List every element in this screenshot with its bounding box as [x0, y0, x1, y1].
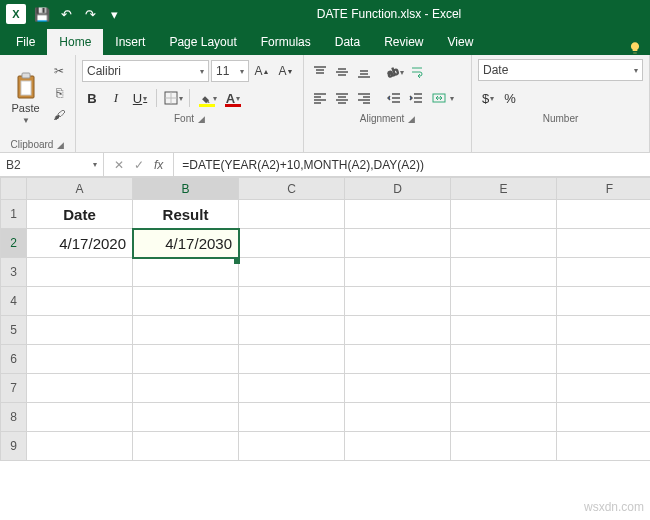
- align-top-icon[interactable]: [310, 61, 330, 83]
- cell[interactable]: [451, 345, 557, 374]
- row-header-6[interactable]: 6: [1, 345, 27, 374]
- row-header-1[interactable]: 1: [1, 200, 27, 229]
- cell-b2[interactable]: 4/17/2030: [133, 229, 239, 258]
- cell[interactable]: [239, 229, 345, 258]
- tab-file[interactable]: File: [4, 29, 47, 55]
- align-center-icon[interactable]: [332, 87, 352, 109]
- cell[interactable]: [27, 345, 133, 374]
- tab-home[interactable]: Home: [47, 29, 103, 55]
- cell[interactable]: [557, 316, 651, 345]
- cell[interactable]: [451, 287, 557, 316]
- dialog-launcher-icon[interactable]: ◢: [408, 114, 415, 124]
- cell[interactable]: [239, 200, 345, 229]
- number-format-select[interactable]: Date▾: [478, 59, 643, 81]
- row-header-9[interactable]: 9: [1, 432, 27, 461]
- font-size-select[interactable]: 11▾: [211, 60, 249, 82]
- decrease-font-icon[interactable]: A▼: [275, 60, 297, 82]
- col-header-e[interactable]: E: [451, 178, 557, 200]
- col-header-a[interactable]: A: [27, 178, 133, 200]
- cell-b1[interactable]: Result: [133, 200, 239, 229]
- cell[interactable]: [451, 258, 557, 287]
- name-box[interactable]: B2▾: [0, 153, 104, 176]
- cell[interactable]: [557, 432, 651, 461]
- paste-button[interactable]: Paste ▼: [6, 59, 45, 137]
- cell[interactable]: [557, 258, 651, 287]
- cut-icon[interactable]: ✂: [49, 61, 69, 81]
- select-all-button[interactable]: [1, 178, 27, 200]
- dialog-launcher-icon[interactable]: ◢: [198, 114, 205, 124]
- tab-insert[interactable]: Insert: [103, 29, 157, 55]
- tell-me[interactable]: [628, 41, 650, 55]
- format-painter-icon[interactable]: 🖌: [49, 105, 69, 125]
- increase-font-icon[interactable]: A▲: [251, 60, 273, 82]
- orientation-icon[interactable]: ab▾: [384, 61, 404, 83]
- row-header-8[interactable]: 8: [1, 403, 27, 432]
- cell[interactable]: [133, 432, 239, 461]
- cell[interactable]: [239, 287, 345, 316]
- cell[interactable]: [557, 200, 651, 229]
- decrease-indent-icon[interactable]: [384, 87, 404, 109]
- font-color-button[interactable]: A▾: [222, 87, 244, 109]
- cell[interactable]: [27, 374, 133, 403]
- row-header-4[interactable]: 4: [1, 287, 27, 316]
- col-header-f[interactable]: F: [557, 178, 651, 200]
- bold-button[interactable]: B: [82, 87, 102, 109]
- percent-format-icon[interactable]: %: [500, 87, 520, 109]
- cell[interactable]: [557, 229, 651, 258]
- borders-button[interactable]: ▾: [163, 87, 183, 109]
- dialog-launcher-icon[interactable]: ◢: [57, 140, 64, 150]
- col-header-b[interactable]: B: [133, 178, 239, 200]
- col-header-c[interactable]: C: [239, 178, 345, 200]
- cell[interactable]: [239, 316, 345, 345]
- cell[interactable]: [345, 374, 451, 403]
- undo-icon[interactable]: ↶: [58, 4, 74, 24]
- enter-icon[interactable]: ✓: [134, 158, 144, 172]
- cell[interactable]: [345, 258, 451, 287]
- col-header-d[interactable]: D: [345, 178, 451, 200]
- cell[interactable]: [133, 287, 239, 316]
- cell[interactable]: [345, 229, 451, 258]
- cell[interactable]: [557, 345, 651, 374]
- cell[interactable]: [133, 374, 239, 403]
- row-header-7[interactable]: 7: [1, 374, 27, 403]
- tab-view[interactable]: View: [436, 29, 486, 55]
- cell[interactable]: [451, 374, 557, 403]
- formula-bar[interactable]: =DATE(YEAR(A2)+10,MONTH(A2),DAY(A2)): [174, 153, 650, 176]
- cell[interactable]: [557, 374, 651, 403]
- cell[interactable]: [345, 316, 451, 345]
- cell[interactable]: [27, 287, 133, 316]
- qat-customize-icon[interactable]: ▾: [106, 4, 122, 24]
- cell-a2[interactable]: 4/17/2020: [27, 229, 133, 258]
- tab-formulas[interactable]: Formulas: [249, 29, 323, 55]
- cell[interactable]: [451, 229, 557, 258]
- cell[interactable]: [27, 258, 133, 287]
- cell[interactable]: [345, 287, 451, 316]
- tab-data[interactable]: Data: [323, 29, 372, 55]
- cell[interactable]: [239, 345, 345, 374]
- row-header-5[interactable]: 5: [1, 316, 27, 345]
- align-right-icon[interactable]: [354, 87, 374, 109]
- increase-indent-icon[interactable]: [406, 87, 426, 109]
- cell[interactable]: [239, 432, 345, 461]
- cell[interactable]: [239, 403, 345, 432]
- fill-color-button[interactable]: ▾: [196, 87, 218, 109]
- row-header-2[interactable]: 2: [1, 229, 27, 258]
- align-bottom-icon[interactable]: [354, 61, 374, 83]
- cell[interactable]: [451, 200, 557, 229]
- cell[interactable]: [27, 403, 133, 432]
- cell[interactable]: [27, 316, 133, 345]
- wrap-text-button[interactable]: [406, 65, 428, 79]
- cell[interactable]: [133, 345, 239, 374]
- accounting-format-icon[interactable]: $▾: [478, 87, 498, 109]
- align-middle-icon[interactable]: [332, 61, 352, 83]
- cell-a1[interactable]: Date: [27, 200, 133, 229]
- cell[interactable]: [133, 258, 239, 287]
- cell[interactable]: [133, 403, 239, 432]
- font-name-select[interactable]: Calibri▾: [82, 60, 209, 82]
- merge-center-button[interactable]: ▾: [428, 91, 458, 105]
- cell[interactable]: [557, 403, 651, 432]
- cell[interactable]: [27, 432, 133, 461]
- cell[interactable]: [133, 316, 239, 345]
- cell[interactable]: [239, 374, 345, 403]
- cell[interactable]: [451, 432, 557, 461]
